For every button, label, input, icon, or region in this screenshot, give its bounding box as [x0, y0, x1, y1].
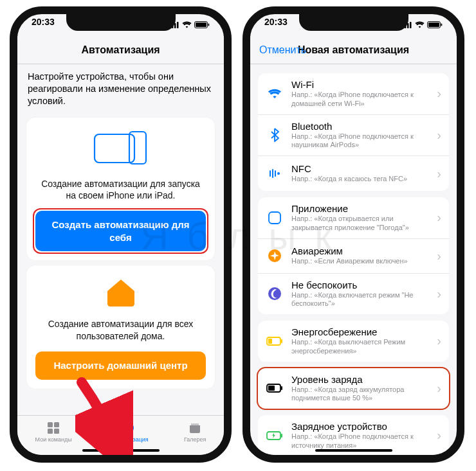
row-title: Wi-Fi — [291, 79, 433, 90]
status-time: 20:33 — [264, 17, 288, 32]
cancel-button[interactable]: Отменить — [259, 44, 306, 56]
airplane-icon — [266, 247, 284, 265]
nav-bar-left: Автоматизация — [17, 36, 224, 64]
group-power-1: ЭнергосбережениеНапр.: «Когда выключаетс… — [258, 321, 449, 362]
nav-title: Автоматизация — [81, 44, 160, 56]
tab-gallery-label: Галерея — [184, 436, 206, 443]
row-subtitle: Напр.: «Когда iPhone подключается к дома… — [291, 91, 433, 109]
svg-rect-5 — [196, 22, 206, 27]
chevron-right-icon: › — [437, 166, 441, 181]
chevron-right-icon: › — [437, 128, 441, 143]
row-title: NFC — [291, 163, 433, 174]
tab-gallery[interactable]: Галерея — [184, 421, 206, 443]
chevron-right-icon: › — [437, 249, 441, 263]
setup-home-hub-button[interactable]: Настроить домашний центр — [35, 351, 206, 380]
row-title: Приложение — [291, 203, 433, 214]
row-subtitle: Напр.: «Когда я касаюсь тега NFC» — [291, 175, 433, 184]
svg-rect-19 — [428, 22, 439, 27]
svg-rect-6 — [208, 23, 210, 26]
svg-rect-12 — [54, 429, 59, 434]
screen-content-left: Настройте устройства, чтобы они реагиров… — [17, 64, 224, 455]
red-highlight-box: Создать автоматизацию для себя — [34, 209, 207, 253]
screen-content-right: Wi-FiНапр.: «Когда iPhone подключается к… — [250, 64, 457, 455]
row-subtitle: Напр.: «Когда заряд аккумулятора подниме… — [291, 386, 433, 404]
row-subtitle: Напр.: «Когда iPhone подключается к исто… — [291, 432, 433, 450]
home-desc: Создание автоматизации для всех пользова… — [38, 318, 203, 342]
svg-rect-22 — [269, 212, 280, 224]
phone-frame-right: 20:33 Отменить Новая автоматизация Wi-Fi… — [243, 6, 464, 463]
tab-automation[interactable]: Автоматизация — [107, 421, 149, 443]
row-nfc[interactable]: NFCНапр.: «Когда я касаюсь тега NFC» › — [258, 156, 449, 191]
dnd-icon — [266, 285, 284, 303]
gallery-icon — [188, 421, 202, 435]
svg-rect-17 — [410, 22, 412, 28]
row-lowpower[interactable]: ЭнергосбережениеНапр.: «Когда выключаетс… — [258, 321, 449, 362]
tab-library[interactable]: Мои команды — [35, 421, 72, 443]
create-personal-automation-button[interactable]: Создать автоматизацию для себя — [35, 211, 206, 251]
svg-rect-3 — [177, 22, 179, 28]
personal-automation-card: Создание автоматизации для запуска на св… — [26, 118, 215, 261]
svg-rect-7 — [95, 134, 134, 163]
svg-rect-32 — [281, 434, 282, 438]
row-title: Уровень заряда — [291, 374, 433, 385]
wifi-status-icon — [415, 21, 425, 28]
group-battery-highlighted: Уровень зарядаНапр.: «Когда заряд аккуму… — [258, 368, 449, 409]
chevron-right-icon: › — [437, 287, 441, 301]
row-bluetooth[interactable]: BluetoothНапр.: «Когда iPhone подключает… — [258, 115, 449, 157]
row-title: Авиарежим — [291, 245, 433, 256]
settings-list: Wi-FiНапр.: «Когда iPhone подключается к… — [250, 64, 457, 455]
svg-rect-11 — [48, 429, 53, 434]
svg-rect-9 — [48, 422, 53, 427]
notch — [66, 13, 176, 31]
row-battery[interactable]: Уровень зарядаНапр.: «Когда заряд аккуму… — [258, 368, 449, 409]
home-automation-card: Создание автоматизации для всех пользова… — [26, 265, 215, 388]
svg-point-13 — [122, 422, 134, 434]
battery-status-icon — [427, 21, 443, 28]
chevron-right-icon: › — [437, 333, 441, 348]
row-subtitle: Напр.: «Когда iPhone подключается к науш… — [291, 132, 433, 150]
devices-icon — [92, 130, 150, 166]
home-icon — [105, 278, 137, 307]
tab-library-label: Мои команды — [35, 436, 72, 443]
svg-rect-26 — [268, 339, 272, 344]
wifi-icon — [266, 85, 284, 103]
app-icon — [266, 209, 284, 227]
row-title: Bluetooth — [291, 121, 433, 132]
svg-rect-20 — [441, 23, 443, 26]
intro-text: Настройте устройства, чтобы они реагиров… — [17, 64, 224, 112]
svg-rect-2 — [174, 23, 176, 28]
group-settings: ПриложениеНапр.: «Когда открывается или … — [258, 197, 449, 314]
row-title: Энергосбережение — [291, 326, 433, 337]
row-subtitle: Напр.: «Если Авиарежим включен» — [291, 257, 433, 266]
nav-title: Новая автоматизация — [298, 44, 409, 56]
row-title: Зарядное устройство — [291, 421, 433, 432]
nav-bar-right: Отменить Новая автоматизация — [250, 36, 457, 64]
library-icon — [46, 421, 60, 435]
status-time: 20:33 — [32, 17, 55, 32]
svg-point-21 — [277, 172, 280, 175]
svg-rect-10 — [54, 422, 59, 427]
phone-frame-left: 20:33 Автоматизация Настройте устройства… — [10, 6, 232, 463]
home-indicator[interactable] — [82, 449, 160, 452]
nfc-icon — [266, 164, 284, 182]
svg-rect-16 — [407, 23, 409, 28]
row-wifi[interactable]: Wi-FiНапр.: «Когда iPhone подключается к… — [258, 73, 449, 115]
row-app[interactable]: ПриложениеНапр.: «Когда открывается или … — [258, 197, 449, 239]
row-airplane[interactable]: АвиарежимНапр.: «Если Авиарежим включен»… — [258, 239, 449, 274]
tab-automation-label: Автоматизация — [107, 436, 149, 443]
svg-rect-29 — [268, 386, 275, 391]
row-dnd[interactable]: Не беспокоитьНапр.: «Когда включается ре… — [258, 274, 449, 315]
automation-icon — [121, 421, 135, 435]
chevron-right-icon: › — [437, 381, 441, 396]
battery-status-icon — [194, 21, 210, 28]
personal-desc: Создание автоматизации для запуска на св… — [38, 178, 203, 202]
chevron-right-icon: › — [437, 86, 441, 101]
group-connectivity: Wi-FiНапр.: «Когда iPhone подключается к… — [258, 73, 449, 191]
svg-rect-27 — [281, 339, 282, 343]
battery-level-icon — [266, 379, 284, 397]
row-title: Не беспокоить — [291, 280, 433, 290]
wifi-status-icon — [182, 21, 192, 28]
svg-rect-30 — [281, 386, 282, 390]
row-subtitle: Напр.: «Когда включается режим "Не беспо… — [291, 291, 433, 309]
home-indicator[interactable] — [315, 449, 392, 452]
